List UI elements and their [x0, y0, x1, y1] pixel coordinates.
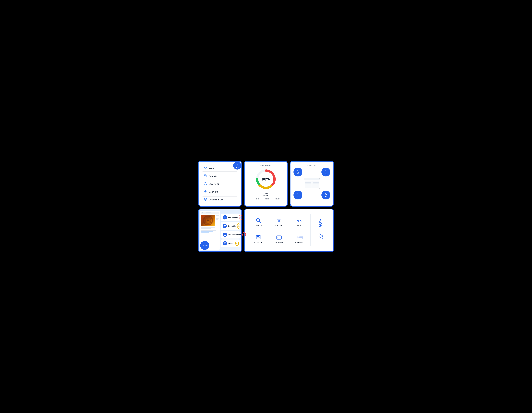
svg-point-57 [279, 220, 279, 221]
svg-point-40 [224, 226, 225, 227]
donut-chart: 90% [247, 168, 284, 190]
tool-colour: COLOUR [276, 217, 283, 226]
disability-label-deafblind: Deafblind [209, 175, 218, 177]
legend-item-yellow: 50-89 [261, 198, 269, 200]
tool-label-font: FONT [297, 225, 302, 226]
usability-icon-person-top-right [321, 168, 330, 176]
svg-line-33 [326, 196, 326, 197]
readers-icon [255, 234, 261, 241]
usability-icon-wheelchair [294, 168, 302, 176]
seo-label: SEO Score [247, 192, 284, 196]
wcag-label-understandable: Understandable [228, 234, 241, 236]
svg-point-0 [237, 164, 238, 165]
wcag-row-robust: Robust 70% [221, 239, 240, 247]
svg-point-17 [205, 200, 205, 201]
svg-point-25 [297, 173, 298, 174]
health-percent: 90% [262, 177, 270, 182]
legend-label-red: 0-49 [256, 198, 259, 200]
svg-rect-72 [299, 238, 301, 238]
svg-rect-67 [297, 237, 298, 237]
usability-icon-person-bottom-left [294, 191, 302, 200]
svg-rect-68 [299, 237, 300, 237]
donut-center: 90% [262, 177, 270, 182]
svg-point-24 [297, 170, 298, 171]
svg-point-37 [207, 220, 209, 221]
wcag-score-operable: 65% [237, 223, 240, 229]
svg-text:A: A [297, 219, 299, 223]
svg-rect-73 [301, 238, 302, 238]
svg-rect-71 [297, 238, 298, 238]
usability-grid [294, 168, 330, 200]
svg-point-19 [206, 200, 206, 201]
disability-list: Blind Deafblind [202, 165, 238, 203]
wcag-label-perceivable: Perceivable [228, 216, 238, 218]
captions-icon: CC [276, 234, 282, 241]
usability-icon-accessibility-bottom-right [321, 191, 330, 200]
tool-walking [316, 232, 325, 242]
larger-icon [255, 217, 261, 224]
svg-point-38 [224, 217, 225, 218]
card-health: SITE HEALTH [244, 161, 288, 207]
disability-item-blind: Blind [202, 165, 238, 172]
accessibility-badge [233, 162, 241, 170]
svg-rect-39 [224, 226, 226, 227]
cognitive-icon [204, 190, 207, 194]
usability-title: USABILITY [294, 165, 330, 166]
lowvision-icon [204, 182, 207, 186]
tool-captions: CC CAPTIONS [275, 234, 283, 243]
tool-label-colour: COLOUR [276, 225, 283, 226]
card-usability: USABILITY [290, 161, 334, 207]
font-icon: A A [296, 217, 303, 224]
wcag-row-perceivable: Perceivable 53% [221, 213, 240, 221]
disability-item-lowvision: Low Vision [202, 181, 238, 187]
svg-point-74 [320, 220, 321, 221]
svg-rect-69 [300, 237, 301, 237]
disability-item-colorblindness: Colorblindness [202, 196, 238, 203]
legend: 0-49 50-89 90-100 [247, 198, 284, 200]
svg-line-12 [205, 183, 205, 183]
wcag-row-operable: Operable 65% [221, 222, 240, 230]
svg-point-10 [205, 183, 206, 184]
tool-keyboard: KEYBOARD [295, 234, 304, 243]
health-title: SITE HEALTH [247, 165, 284, 166]
wcag-badge: WCAG [200, 241, 209, 250]
tool-larger: LARGER [255, 217, 262, 226]
svg-point-18 [205, 200, 206, 201]
svg-line-52 [259, 221, 261, 223]
wcag-row-understandable: Understandable 50% [221, 231, 240, 239]
blind-icon [204, 167, 207, 170]
disability-label-lowvision: Low Vision [209, 183, 219, 185]
wcag-label-robust: Robust [228, 242, 234, 244]
wcag-icon-operable [223, 224, 227, 228]
browser-mock [304, 178, 320, 189]
tool-label-captions: CAPTIONS [275, 242, 283, 243]
main-container: Blind Deafblind [198, 161, 334, 252]
legend-label-green: 90-100 [276, 198, 280, 200]
tool-wheelchair [316, 218, 325, 228]
wcag-score-perceivable: 53% [239, 215, 242, 220]
svg-point-26 [325, 170, 326, 171]
wcag-icon-understandable [223, 233, 227, 237]
disability-item-cognitive: Cognitive [202, 189, 238, 195]
svg-point-27 [297, 193, 298, 194]
colour-icon [276, 217, 282, 224]
svg-rect-70 [301, 237, 302, 237]
svg-text:A: A [300, 219, 302, 222]
wcag-score-robust: 70% [235, 241, 239, 246]
svg-point-76 [320, 233, 321, 234]
wcag-icon-perceivable [223, 215, 227, 220]
tool-label-larger: LARGER [255, 225, 262, 226]
disability-item-deafblind: Deafblind [202, 173, 238, 179]
card-tools: LARGER COLOUR [244, 209, 334, 252]
svg-point-46 [224, 243, 225, 244]
svg-point-28 [325, 193, 326, 194]
disability-label-colorblindness: Colorblindness [209, 198, 223, 201]
wcag-icon-robust [223, 241, 227, 245]
colorblindness-icon [204, 198, 207, 202]
tool-label-keyboard: KEYBOARD [295, 242, 304, 243]
svg-line-5 [237, 166, 238, 168]
deafblind-icon [204, 174, 207, 178]
legend-item-green: 90-100 [271, 198, 280, 200]
keyboard-icon [296, 234, 303, 241]
tool-label-readers: READERS [254, 242, 262, 243]
